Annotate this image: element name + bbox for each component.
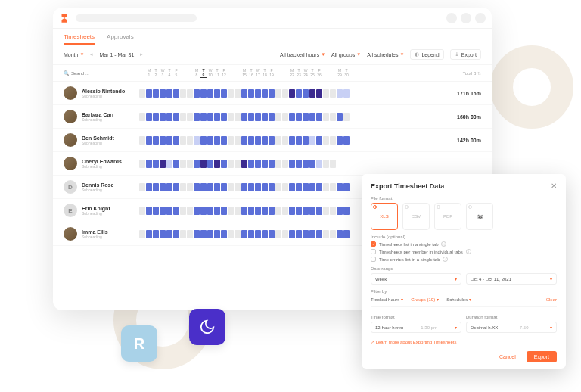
day-cell[interactable] (146, 89, 152, 98)
day-cell[interactable] (194, 230, 200, 238)
table-row[interactable]: Barbara CarrSubheading160h 00m (53, 105, 492, 129)
day-cell[interactable] (316, 183, 322, 191)
day-cell[interactable] (241, 89, 247, 98)
day-cell[interactable] (228, 136, 234, 145)
format-option[interactable]: XLS (371, 203, 398, 230)
filter-schedules[interactable]: All schedules▼ (367, 52, 404, 58)
table-row[interactable]: Alessio NintendoSubheading171h 16m (53, 82, 492, 105)
day-cell[interactable] (214, 183, 220, 191)
day-cell[interactable] (275, 160, 281, 168)
day-cell[interactable] (337, 183, 343, 191)
nav-prev-icon[interactable]: ◂ (90, 51, 93, 58)
day-cell[interactable] (337, 160, 343, 168)
day-cell[interactable] (269, 207, 275, 215)
day-cell[interactable] (187, 89, 193, 98)
day-cell[interactable] (214, 89, 220, 98)
day-cell[interactable] (337, 136, 343, 145)
day-cell[interactable] (187, 207, 193, 215)
day-cell[interactable] (173, 113, 179, 121)
day-cell[interactable] (173, 183, 179, 191)
day-cell[interactable] (207, 113, 213, 121)
day-cell[interactable] (330, 113, 336, 121)
day-cell[interactable] (207, 160, 213, 168)
day-cell[interactable] (262, 183, 268, 191)
day-cell[interactable] (180, 160, 186, 168)
day-cell[interactable] (330, 89, 336, 98)
search-input[interactable] (71, 71, 117, 76)
day-cell[interactable] (221, 113, 227, 121)
day-cell[interactable] (303, 207, 309, 215)
day-cell[interactable] (160, 160, 166, 168)
day-cell[interactable] (173, 230, 179, 238)
day-cell[interactable] (235, 113, 241, 121)
day-cell[interactable] (343, 183, 350, 191)
day-cell[interactable] (282, 89, 288, 98)
day-cell[interactable] (309, 160, 315, 168)
table-row[interactable]: Ben SchmidtSubheading142h 00m (53, 129, 492, 152)
day-cell[interactable] (139, 136, 145, 145)
day-cell[interactable] (166, 207, 172, 215)
day-cell[interactable] (146, 136, 152, 145)
day-cell[interactable] (330, 160, 336, 168)
day-cell[interactable] (282, 207, 288, 215)
day-cell[interactable] (282, 183, 288, 191)
day-cell[interactable] (228, 183, 234, 191)
info-icon[interactable]: i (441, 241, 446, 247)
day-cell[interactable] (207, 183, 213, 191)
day-cell[interactable] (200, 207, 207, 215)
day-cell[interactable] (200, 136, 207, 145)
day-cell[interactable] (330, 136, 336, 145)
day-cell[interactable] (139, 113, 145, 121)
day-cell[interactable] (214, 136, 220, 145)
clear-filters[interactable]: Clear (546, 297, 557, 302)
day-cell[interactable] (255, 113, 261, 121)
day-cell[interactable] (146, 230, 152, 238)
day-cell[interactable] (248, 230, 254, 238)
day-cell[interactable] (173, 89, 179, 98)
day-cell[interactable] (160, 89, 166, 98)
day-cell[interactable] (330, 207, 336, 215)
day-cell[interactable] (180, 89, 186, 98)
day-cell[interactable] (235, 160, 241, 168)
day-cell[interactable] (153, 89, 159, 98)
day-cell[interactable] (282, 230, 288, 238)
day-cell[interactable] (187, 230, 193, 238)
day-cell[interactable] (153, 183, 159, 191)
day-cell[interactable] (214, 113, 220, 121)
date-period-select[interactable]: Week▾ (371, 273, 461, 285)
day-cell[interactable] (241, 230, 247, 238)
day-cell[interactable] (146, 207, 152, 215)
day-cell[interactable] (221, 136, 227, 145)
day-cell[interactable] (337, 230, 343, 238)
day-cell[interactable] (343, 113, 350, 121)
day-cell[interactable] (160, 113, 166, 121)
period-selector[interactable]: Month▼ (64, 52, 84, 58)
day-cell[interactable] (316, 136, 322, 145)
day-cell[interactable] (296, 183, 302, 191)
day-cell[interactable] (289, 160, 295, 168)
nav-next-icon[interactable]: ▸ (140, 51, 143, 58)
day-cell[interactable] (337, 89, 343, 98)
filter-groups[interactable]: All groups▼ (331, 52, 361, 58)
day-cell[interactable] (343, 207, 350, 215)
day-cell[interactable] (262, 207, 268, 215)
day-cell[interactable] (323, 113, 329, 121)
day-cell[interactable] (146, 183, 152, 191)
day-cell[interactable] (139, 183, 145, 191)
day-cell[interactable] (180, 183, 186, 191)
day-cell[interactable] (316, 89, 322, 98)
day-cell[interactable] (282, 160, 288, 168)
day-cell[interactable] (207, 136, 213, 145)
day-cell[interactable] (180, 136, 186, 145)
tab-approvals[interactable]: Approvals (107, 33, 134, 45)
day-cell[interactable] (241, 183, 247, 191)
header-action[interactable] (446, 13, 457, 23)
day-cell[interactable] (194, 160, 200, 168)
day-cell[interactable] (248, 89, 254, 98)
day-cell[interactable] (214, 160, 220, 168)
day-cell[interactable] (275, 183, 281, 191)
day-cell[interactable] (160, 207, 166, 215)
day-cell[interactable] (269, 230, 275, 238)
day-cell[interactable] (303, 183, 309, 191)
day-cell[interactable] (323, 207, 329, 215)
